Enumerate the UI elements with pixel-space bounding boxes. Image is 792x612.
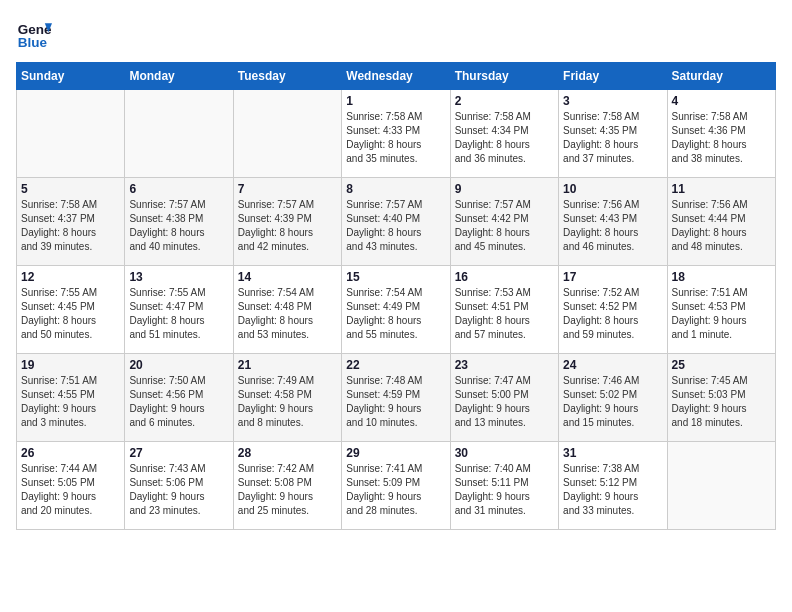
day-info: Sunrise: 7:58 AM Sunset: 4:35 PM Dayligh… — [563, 110, 662, 166]
weekday-header-monday: Monday — [125, 63, 233, 90]
day-info: Sunrise: 7:44 AM Sunset: 5:05 PM Dayligh… — [21, 462, 120, 518]
weekday-header-saturday: Saturday — [667, 63, 775, 90]
day-info: Sunrise: 7:55 AM Sunset: 4:47 PM Dayligh… — [129, 286, 228, 342]
day-info: Sunrise: 7:54 AM Sunset: 4:48 PM Dayligh… — [238, 286, 337, 342]
page-header: General Blue — [16, 16, 776, 52]
day-info: Sunrise: 7:58 AM Sunset: 4:37 PM Dayligh… — [21, 198, 120, 254]
calendar-cell: 1Sunrise: 7:58 AM Sunset: 4:33 PM Daylig… — [342, 90, 450, 178]
day-info: Sunrise: 7:58 AM Sunset: 4:36 PM Dayligh… — [672, 110, 771, 166]
calendar-cell — [667, 442, 775, 530]
calendar-cell: 22Sunrise: 7:48 AM Sunset: 4:59 PM Dayli… — [342, 354, 450, 442]
day-number: 28 — [238, 446, 337, 460]
day-number: 3 — [563, 94, 662, 108]
calendar-week-row: 12Sunrise: 7:55 AM Sunset: 4:45 PM Dayli… — [17, 266, 776, 354]
day-info: Sunrise: 7:40 AM Sunset: 5:11 PM Dayligh… — [455, 462, 554, 518]
day-info: Sunrise: 7:57 AM Sunset: 4:40 PM Dayligh… — [346, 198, 445, 254]
calendar-week-row: 1Sunrise: 7:58 AM Sunset: 4:33 PM Daylig… — [17, 90, 776, 178]
day-info: Sunrise: 7:53 AM Sunset: 4:51 PM Dayligh… — [455, 286, 554, 342]
day-info: Sunrise: 7:51 AM Sunset: 4:55 PM Dayligh… — [21, 374, 120, 430]
calendar-cell: 14Sunrise: 7:54 AM Sunset: 4:48 PM Dayli… — [233, 266, 341, 354]
calendar-cell: 8Sunrise: 7:57 AM Sunset: 4:40 PM Daylig… — [342, 178, 450, 266]
day-info: Sunrise: 7:47 AM Sunset: 5:00 PM Dayligh… — [455, 374, 554, 430]
calendar-cell: 11Sunrise: 7:56 AM Sunset: 4:44 PM Dayli… — [667, 178, 775, 266]
day-number: 29 — [346, 446, 445, 460]
calendar-cell: 5Sunrise: 7:58 AM Sunset: 4:37 PM Daylig… — [17, 178, 125, 266]
calendar-cell: 31Sunrise: 7:38 AM Sunset: 5:12 PM Dayli… — [559, 442, 667, 530]
day-info: Sunrise: 7:57 AM Sunset: 4:39 PM Dayligh… — [238, 198, 337, 254]
day-info: Sunrise: 7:58 AM Sunset: 4:34 PM Dayligh… — [455, 110, 554, 166]
weekday-header-friday: Friday — [559, 63, 667, 90]
day-number: 22 — [346, 358, 445, 372]
day-number: 15 — [346, 270, 445, 284]
day-info: Sunrise: 7:56 AM Sunset: 4:43 PM Dayligh… — [563, 198, 662, 254]
calendar-cell: 25Sunrise: 7:45 AM Sunset: 5:03 PM Dayli… — [667, 354, 775, 442]
day-info: Sunrise: 7:38 AM Sunset: 5:12 PM Dayligh… — [563, 462, 662, 518]
day-info: Sunrise: 7:43 AM Sunset: 5:06 PM Dayligh… — [129, 462, 228, 518]
day-number: 13 — [129, 270, 228, 284]
day-number: 18 — [672, 270, 771, 284]
day-number: 1 — [346, 94, 445, 108]
calendar-cell — [125, 90, 233, 178]
day-info: Sunrise: 7:48 AM Sunset: 4:59 PM Dayligh… — [346, 374, 445, 430]
weekday-header-row: SundayMondayTuesdayWednesdayThursdayFrid… — [17, 63, 776, 90]
calendar-week-row: 5Sunrise: 7:58 AM Sunset: 4:37 PM Daylig… — [17, 178, 776, 266]
calendar-week-row: 19Sunrise: 7:51 AM Sunset: 4:55 PM Dayli… — [17, 354, 776, 442]
calendar-table: SundayMondayTuesdayWednesdayThursdayFrid… — [16, 62, 776, 530]
calendar-cell: 21Sunrise: 7:49 AM Sunset: 4:58 PM Dayli… — [233, 354, 341, 442]
day-info: Sunrise: 7:45 AM Sunset: 5:03 PM Dayligh… — [672, 374, 771, 430]
calendar-cell — [17, 90, 125, 178]
weekday-header-sunday: Sunday — [17, 63, 125, 90]
day-number: 12 — [21, 270, 120, 284]
day-number: 20 — [129, 358, 228, 372]
day-number: 21 — [238, 358, 337, 372]
day-number: 31 — [563, 446, 662, 460]
calendar-cell: 17Sunrise: 7:52 AM Sunset: 4:52 PM Dayli… — [559, 266, 667, 354]
calendar-cell: 26Sunrise: 7:44 AM Sunset: 5:05 PM Dayli… — [17, 442, 125, 530]
calendar-week-row: 26Sunrise: 7:44 AM Sunset: 5:05 PM Dayli… — [17, 442, 776, 530]
weekday-header-wednesday: Wednesday — [342, 63, 450, 90]
day-number: 7 — [238, 182, 337, 196]
day-number: 5 — [21, 182, 120, 196]
day-info: Sunrise: 7:54 AM Sunset: 4:49 PM Dayligh… — [346, 286, 445, 342]
day-info: Sunrise: 7:55 AM Sunset: 4:45 PM Dayligh… — [21, 286, 120, 342]
day-number: 4 — [672, 94, 771, 108]
calendar-cell: 3Sunrise: 7:58 AM Sunset: 4:35 PM Daylig… — [559, 90, 667, 178]
calendar-cell: 13Sunrise: 7:55 AM Sunset: 4:47 PM Dayli… — [125, 266, 233, 354]
day-number: 9 — [455, 182, 554, 196]
day-info: Sunrise: 7:49 AM Sunset: 4:58 PM Dayligh… — [238, 374, 337, 430]
svg-text:Blue: Blue — [18, 35, 48, 50]
calendar-cell: 4Sunrise: 7:58 AM Sunset: 4:36 PM Daylig… — [667, 90, 775, 178]
calendar-cell: 24Sunrise: 7:46 AM Sunset: 5:02 PM Dayli… — [559, 354, 667, 442]
logo: General Blue — [16, 16, 48, 52]
day-info: Sunrise: 7:42 AM Sunset: 5:08 PM Dayligh… — [238, 462, 337, 518]
day-info: Sunrise: 7:51 AM Sunset: 4:53 PM Dayligh… — [672, 286, 771, 342]
day-number: 26 — [21, 446, 120, 460]
day-number: 23 — [455, 358, 554, 372]
weekday-header-tuesday: Tuesday — [233, 63, 341, 90]
calendar-cell: 6Sunrise: 7:57 AM Sunset: 4:38 PM Daylig… — [125, 178, 233, 266]
day-number: 2 — [455, 94, 554, 108]
logo-icon: General Blue — [16, 16, 52, 52]
calendar-cell: 2Sunrise: 7:58 AM Sunset: 4:34 PM Daylig… — [450, 90, 558, 178]
day-number: 11 — [672, 182, 771, 196]
calendar-cell: 10Sunrise: 7:56 AM Sunset: 4:43 PM Dayli… — [559, 178, 667, 266]
day-number: 16 — [455, 270, 554, 284]
day-number: 30 — [455, 446, 554, 460]
day-number: 14 — [238, 270, 337, 284]
day-info: Sunrise: 7:52 AM Sunset: 4:52 PM Dayligh… — [563, 286, 662, 342]
calendar-cell: 9Sunrise: 7:57 AM Sunset: 4:42 PM Daylig… — [450, 178, 558, 266]
calendar-cell: 7Sunrise: 7:57 AM Sunset: 4:39 PM Daylig… — [233, 178, 341, 266]
weekday-header-thursday: Thursday — [450, 63, 558, 90]
day-info: Sunrise: 7:57 AM Sunset: 4:42 PM Dayligh… — [455, 198, 554, 254]
calendar-cell: 30Sunrise: 7:40 AM Sunset: 5:11 PM Dayli… — [450, 442, 558, 530]
calendar-cell: 12Sunrise: 7:55 AM Sunset: 4:45 PM Dayli… — [17, 266, 125, 354]
calendar-cell: 16Sunrise: 7:53 AM Sunset: 4:51 PM Dayli… — [450, 266, 558, 354]
day-number: 24 — [563, 358, 662, 372]
day-info: Sunrise: 7:56 AM Sunset: 4:44 PM Dayligh… — [672, 198, 771, 254]
day-number: 8 — [346, 182, 445, 196]
day-number: 25 — [672, 358, 771, 372]
day-info: Sunrise: 7:50 AM Sunset: 4:56 PM Dayligh… — [129, 374, 228, 430]
calendar-cell: 19Sunrise: 7:51 AM Sunset: 4:55 PM Dayli… — [17, 354, 125, 442]
calendar-cell: 15Sunrise: 7:54 AM Sunset: 4:49 PM Dayli… — [342, 266, 450, 354]
calendar-cell: 20Sunrise: 7:50 AM Sunset: 4:56 PM Dayli… — [125, 354, 233, 442]
